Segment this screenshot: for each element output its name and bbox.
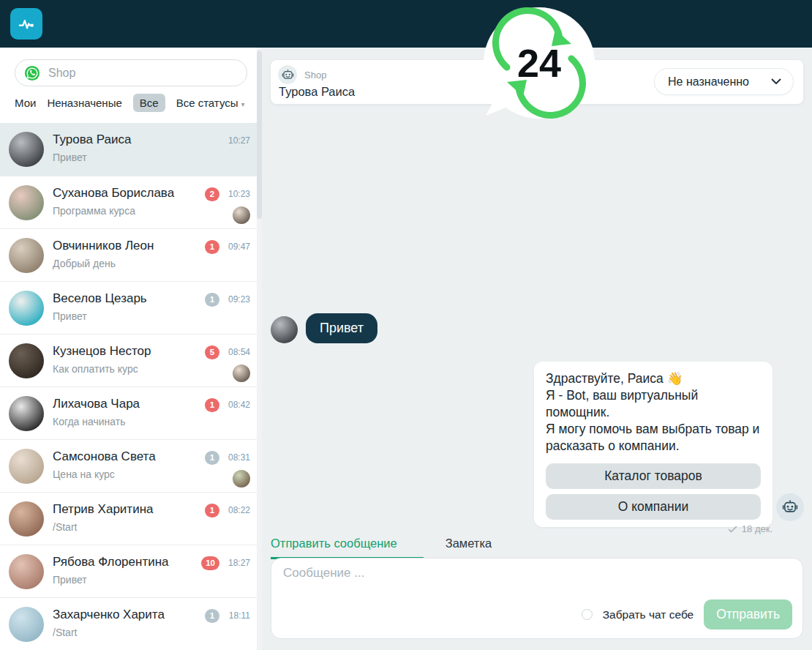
unread-badge: 1 — [205, 293, 219, 307]
unread-badge: 1 — [205, 451, 219, 465]
contact-avatar — [9, 449, 44, 484]
chat-last-message: Привет — [53, 310, 87, 322]
bot-widget-button[interactable] — [776, 493, 804, 521]
chat-filters: Мои Неназначеные Все Все статусы▾ — [15, 93, 245, 112]
contact-avatar — [9, 185, 44, 220]
message-status: 18 дек. — [534, 523, 772, 534]
chat-last-message: Как оплатить курс — [53, 363, 138, 375]
chat-time: 09:47 — [228, 242, 250, 252]
unread-badge: 1 — [205, 504, 219, 518]
tab-note[interactable]: Заметка — [446, 537, 492, 559]
chat-last-message: Привет — [53, 152, 87, 163]
chat-contact-name: Рябова Флорентина — [53, 555, 169, 569]
composer-tabs: Отправить сообщение Заметка — [271, 537, 492, 559]
bot-message-bubble: Здраствуйте, Раиса 👋Я - Bot, ваш виртуал… — [534, 362, 772, 527]
assignee-dropdown[interactable]: Не назначенно — [654, 68, 794, 95]
contact-avatar — [9, 343, 44, 378]
send-button[interactable]: Отправить — [704, 599, 792, 630]
filter-unassigned[interactable]: Неназначеные — [47, 97, 121, 109]
chat-header-channel: Shop — [304, 70, 326, 81]
contact-avatar — [9, 396, 44, 431]
sidebar-scrollbar-track — [257, 48, 262, 650]
chat-contact-name: Самсонова Света — [53, 449, 156, 464]
chat-list-item[interactable]: Петрив Харитина/Start08:221 — [0, 492, 262, 545]
filter-mine[interactable]: Мои — [15, 97, 36, 109]
message-date: 18 дек. — [742, 523, 772, 534]
assignee-dropdown-value: Не назначенно — [668, 75, 749, 89]
chat-contact-name: Веселов Цезарь — [53, 291, 147, 306]
bot-message-line: Я - Bot, ваш виртуальный помощник. — [546, 387, 761, 421]
chat-last-message: Привет — [53, 574, 87, 586]
chat-last-message: Цена на курс — [53, 468, 115, 480]
top-header-bar — [0, 0, 812, 48]
chat-list-item[interactable]: Лихачова ЧараКогда начинать08:421 — [0, 386, 262, 439]
chat-last-message: Программа курса — [53, 205, 135, 217]
channel-select[interactable]: Shop — [15, 59, 247, 86]
chat-list-item[interactable]: Суханова БориславаПрограмма курса10:232 — [0, 176, 262, 228]
contact-avatar — [9, 607, 44, 642]
channel-select-value: Shop — [48, 67, 75, 80]
chat-main: Shop Турова Раиса Не назначенно Привет З… — [262, 48, 812, 650]
bot-channel-icon — [278, 65, 297, 84]
assigned-agent-avatar — [233, 206, 250, 224]
chat-time: 08:54 — [228, 347, 250, 357]
chat-list-item[interactable]: Кузнецов НесторКак оплатить курс08:545 — [0, 334, 262, 386]
chat-list-item[interactable]: Овчинников ЛеонДобрый день09:471 — [0, 228, 262, 281]
chat-list-item[interactable]: Захарченко Харита/Start18:111 — [0, 597, 262, 650]
logo-24-text: 24 — [517, 41, 561, 85]
take-chat-label: Забрать чат себе — [603, 608, 694, 621]
chat-list: Турова РаисаПривет10:27Суханова Борислав… — [0, 123, 262, 650]
bot-message-text: Здраствуйте, Раиса 👋Я - Bot, ваш виртуал… — [546, 370, 761, 455]
chat-time: 08:42 — [228, 400, 250, 410]
filter-all[interactable]: Все — [133, 94, 165, 112]
chat-contact-name: Кузнецов Нестор — [53, 344, 151, 359]
chat-contact-name: Захарченко Харита — [53, 608, 165, 622]
tab-send-message[interactable]: Отправить сообщение — [271, 537, 424, 559]
contact-avatar — [9, 291, 44, 326]
assigned-agent-avatar — [233, 470, 250, 488]
bot-message-line: Я могу помочь вам выбрать товар и расказ… — [546, 421, 761, 455]
check-icon — [728, 526, 737, 533]
unread-badge: 5 — [205, 345, 219, 359]
chat-list-item[interactable]: Самсонова СветаЦена на курс08:311 — [0, 439, 262, 492]
chat-last-message: Добрый день — [53, 258, 116, 269]
sidebar-scrollbar-thumb[interactable] — [257, 51, 262, 219]
chat-list-item[interactable]: Веселов ЦезарьПривет09:231 — [0, 281, 262, 334]
caret-down-icon: ▾ — [241, 100, 245, 108]
bot-quick-reply-button[interactable]: Каталог товаров — [546, 463, 761, 489]
assigned-agent-avatar — [233, 365, 250, 382]
unread-badge: 10 — [201, 556, 219, 570]
bot-message-line: Здраствуйте, Раиса 👋 — [546, 370, 761, 387]
chat-time: 08:22 — [228, 505, 250, 515]
chat-time: 10:27 — [228, 135, 250, 146]
chat-contact-name: Суханова Борислава — [53, 186, 174, 201]
chat-contact-name: Лихачова Чара — [53, 397, 140, 411]
take-chat-checkbox[interactable] — [582, 609, 593, 620]
bot-quick-replies: Каталог товаровО компании — [546, 463, 761, 520]
app-logo[interactable] — [10, 8, 42, 40]
unread-badge: 1 — [205, 398, 219, 412]
chevron-down-icon — [771, 78, 781, 85]
filter-statuses[interactable]: Все статусы▾ — [176, 97, 245, 109]
composer-actions: Забрать чат себе Отправить — [582, 599, 792, 630]
robot-icon — [782, 499, 798, 515]
unread-badge: 1 — [205, 609, 219, 623]
contact-avatar — [9, 238, 44, 273]
chat-header-contact-name: Турова Раиса — [279, 85, 355, 99]
unread-badge: 2 — [205, 187, 219, 201]
chat-list-item[interactable]: Рябова ФлорентинаПривет18:2710 — [0, 545, 262, 597]
unread-badge: 1 — [205, 240, 219, 254]
composer: Забрать чат себе Отправить — [271, 558, 803, 639]
chat-time: 10:23 — [228, 189, 250, 199]
sidebar: Shop Мои Неназначеные Все Все статусы▾ Т… — [0, 48, 262, 650]
pulse-icon — [17, 15, 36, 34]
contact-avatar — [271, 316, 298, 343]
chat-time: 09:23 — [228, 294, 250, 305]
bot-quick-reply-button[interactable]: О компании — [546, 494, 761, 520]
contact-avatar — [9, 554, 44, 589]
contact-avatar — [9, 132, 44, 167]
chat-time: 08:31 — [228, 452, 250, 463]
brand-24-logo: 24 — [482, 4, 598, 123]
chat-list-item[interactable]: Турова РаисаПривет10:27 — [0, 123, 262, 176]
chat-time: 18:27 — [228, 558, 250, 568]
